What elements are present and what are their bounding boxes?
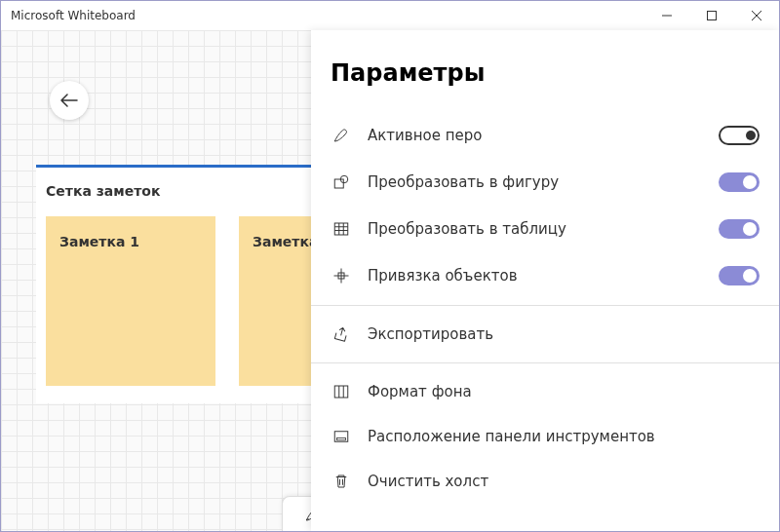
arrow-left-icon [60,94,78,107]
separator [311,362,779,363]
row-label: Привязка объектов [368,267,703,285]
note-label: Заметка 1 [59,234,139,249]
snap-icon [332,267,350,285]
svg-rect-6 [334,223,348,235]
export-icon [332,325,350,343]
row-label: Формат фона [368,383,760,400]
svg-rect-14 [334,386,348,398]
row-label: Преобразовать в таблицу [368,220,703,238]
settings-row-clear[interactable]: Очистить холст [311,459,779,504]
toggle-snap[interactable] [719,266,760,285]
layout-icon [332,428,350,445]
settings-row-to-table[interactable]: Преобразовать в таблицу [311,206,779,252]
toggle-to-table[interactable] [719,219,760,239]
row-label: Расположение панели инструментов [368,428,760,445]
maximize-button[interactable] [689,1,734,30]
toggle-active-pen[interactable] [719,126,760,145]
settings-row-bg-format[interactable]: Формат фона [311,369,779,414]
settings-header: Параметры [311,30,779,112]
settings-row-to-shape[interactable]: Преобразовать в фигуру [311,159,779,206]
grid-icon [332,383,350,400]
sticky-note[interactable]: Заметка 1 [46,216,215,386]
settings-row-active-pen[interactable]: Активное перо [311,112,779,159]
settings-row-export[interactable]: Экспортировать [311,312,779,357]
svg-rect-1 [708,12,717,20]
pen-icon [332,127,350,144]
settings-row-toolbar-position[interactable]: Расположение панели инструментов [311,414,779,459]
toggle-to-shape[interactable] [719,172,760,192]
svg-rect-18 [337,438,346,440]
row-label: Преобразовать в фигуру [368,173,703,191]
separator [311,305,779,306]
trash-icon [332,473,350,490]
back-button[interactable] [50,81,89,120]
row-label: Очистить холст [368,473,760,490]
minimize-button[interactable] [644,1,689,30]
row-label: Экспортировать [368,325,760,343]
window-title: Microsoft Whiteboard [11,9,644,22]
row-label: Активное перо [368,127,703,144]
svg-rect-4 [334,179,343,188]
table-icon [332,220,350,238]
settings-body: Активное перо Преобразовать в фигуру Пре… [311,112,779,531]
titlebar: Microsoft Whiteboard [1,1,779,30]
close-button[interactable] [734,1,779,30]
shape-icon [332,173,350,191]
settings-panel: Параметры Активное перо Преобразовать в … [311,30,779,531]
settings-row-snap[interactable]: Привязка объектов [311,252,779,299]
